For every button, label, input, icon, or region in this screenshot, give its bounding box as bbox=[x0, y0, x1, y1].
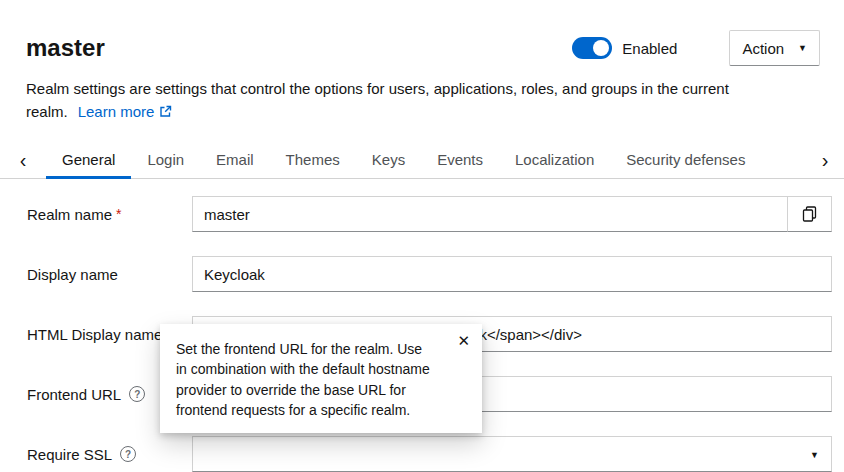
tab-login[interactable]: Login bbox=[131, 141, 200, 178]
tab-themes[interactable]: Themes bbox=[270, 141, 356, 178]
page-title: master bbox=[26, 34, 105, 63]
learn-more-link[interactable]: Learn more bbox=[78, 103, 173, 120]
realm-description: Realm settings are settings that control… bbox=[26, 78, 808, 123]
realm-name-label: Realm name * bbox=[27, 206, 192, 223]
html-display-name-label-text: HTML Display name bbox=[27, 326, 162, 343]
learn-more-label: Learn more bbox=[78, 103, 155, 120]
external-link-icon bbox=[159, 105, 172, 118]
require-ssl-row: Require SSL ? ▼ bbox=[27, 436, 832, 472]
caret-down-icon: ▼ bbox=[810, 451, 819, 460]
chevron-left-icon: ‹ bbox=[20, 149, 27, 171]
display-name-label-text: Display name bbox=[27, 266, 118, 283]
tab-general[interactable]: General bbox=[46, 141, 131, 178]
realm-name-label-text: Realm name bbox=[27, 206, 112, 223]
realm-settings-tabs: ‹ General Login Email Themes Keys Events… bbox=[0, 141, 844, 179]
copy-icon bbox=[802, 206, 817, 222]
header-row: master Enabled Action ▼ bbox=[26, 30, 820, 66]
frontend-url-popover: ✕ Set the frontend URL for the realm. Us… bbox=[160, 324, 482, 433]
close-icon[interactable]: ✕ bbox=[457, 332, 470, 350]
tabs-scroll-left-button[interactable]: ‹ bbox=[0, 141, 46, 178]
popover-text: Set the frontend URL for the realm. Use … bbox=[176, 339, 434, 420]
display-name-input[interactable] bbox=[192, 256, 832, 292]
toggle-knob-icon bbox=[593, 40, 609, 56]
tab-security-defenses[interactable]: Security defenses bbox=[610, 141, 761, 178]
enabled-toggle[interactable] bbox=[572, 37, 612, 59]
tab-keys[interactable]: Keys bbox=[356, 141, 421, 178]
require-ssl-label: Require SSL ? bbox=[27, 446, 192, 463]
help-icon[interactable]: ? bbox=[129, 386, 145, 402]
realm-name-input-group bbox=[192, 196, 832, 232]
require-ssl-label-text: Require SSL bbox=[27, 446, 112, 463]
tabs-scroll-right-button[interactable]: › bbox=[806, 141, 844, 178]
realm-settings-page: master Enabled Action ▼ Realm settings a… bbox=[0, 0, 844, 472]
help-icon[interactable]: ? bbox=[120, 446, 136, 462]
enabled-label: Enabled bbox=[622, 40, 677, 57]
tab-localization[interactable]: Localization bbox=[499, 141, 610, 178]
enabled-toggle-group: Enabled bbox=[572, 37, 677, 59]
tab-events[interactable]: Events bbox=[421, 141, 499, 178]
page-header: master Enabled Action ▼ Realm settings a… bbox=[0, 0, 844, 123]
tab-email[interactable]: Email bbox=[200, 141, 270, 178]
display-name-label: Display name bbox=[27, 266, 192, 283]
display-name-row: Display name bbox=[27, 256, 832, 292]
chevron-right-icon: › bbox=[822, 149, 829, 171]
caret-down-icon: ▼ bbox=[798, 44, 807, 53]
action-dropdown[interactable]: Action ▼ bbox=[729, 30, 820, 66]
require-ssl-select[interactable]: ▼ bbox=[192, 436, 832, 472]
action-label: Action bbox=[742, 40, 784, 57]
realm-name-input[interactable] bbox=[192, 196, 787, 232]
required-indicator: * bbox=[116, 206, 121, 222]
realm-name-row: Realm name * bbox=[27, 196, 832, 232]
frontend-url-label-text: Frontend URL bbox=[27, 386, 121, 403]
copy-button[interactable] bbox=[787, 196, 832, 232]
